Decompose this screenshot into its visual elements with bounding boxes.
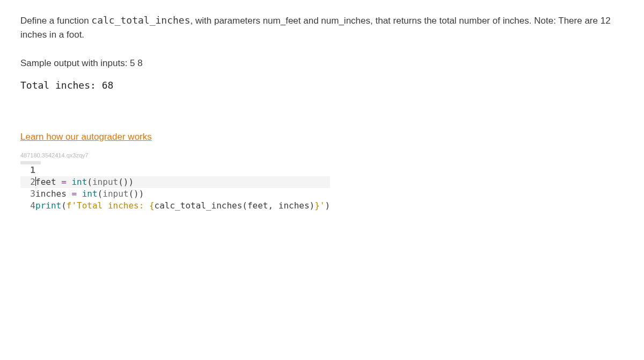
code-content[interactable]: inches = int(input()): [35, 188, 330, 200]
problem-prompt: Define a function calc_total_inches, wit…: [20, 13, 624, 41]
code-line-2: 2 feet = int(input()): [20, 176, 330, 188]
code-content[interactable]: [35, 164, 330, 176]
code-line-4: 4 print(f'Total inches: {calc_total_inch…: [20, 200, 330, 212]
code-line-3: 3 inches = int(input()): [20, 188, 330, 200]
sample-output-value: Total inches: 68: [20, 78, 624, 92]
line-number: 1: [20, 164, 35, 176]
line-number: 3: [20, 188, 35, 200]
prompt-function-name: calc_total_inches: [91, 15, 190, 26]
autograder-link[interactable]: Learn how our autograder works: [20, 130, 152, 144]
code-content[interactable]: feet = int(input()): [35, 176, 330, 188]
sample-output-label: Sample output with inputs: 5 8: [20, 56, 624, 70]
code-content[interactable]: print(f'Total inches: {calc_total_inches…: [35, 200, 330, 212]
line-number: 4: [20, 200, 35, 212]
prompt-pre: Define a function: [20, 16, 91, 26]
question-id: 487180.3542414.qx3zqy7: [20, 151, 624, 160]
code-editor[interactable]: 1 2 feet = int(input()) 3 inches = int(i…: [20, 164, 330, 212]
code-line-1: 1: [20, 164, 330, 176]
line-number: 2: [20, 176, 35, 188]
